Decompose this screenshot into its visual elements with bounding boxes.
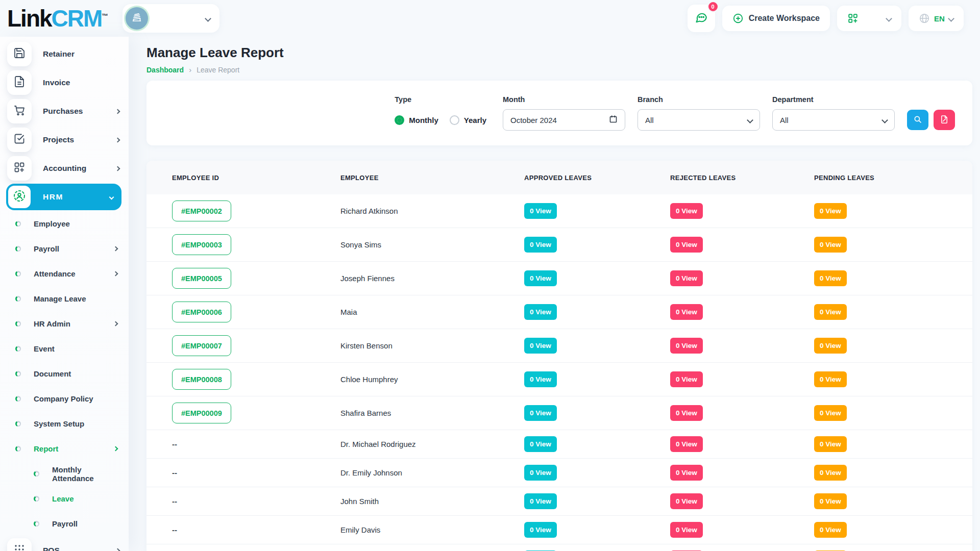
workspace-selector[interactable]: [122, 4, 219, 33]
approved-leaves-badge[interactable]: 0 View: [524, 522, 557, 538]
pending-leaves-badge[interactable]: 0 View: [814, 338, 847, 354]
rejected-leaves-badge[interactable]: 0 View: [670, 203, 703, 219]
pending-leaves-badge[interactable]: 0 View: [814, 522, 847, 538]
pending-leaves-badge[interactable]: 0 View: [814, 237, 847, 253]
sidebar-item-payroll[interactable]: Payroll: [0, 511, 129, 536]
create-workspace-button[interactable]: Create Workspace: [722, 6, 830, 31]
sidebar-item-accounting[interactable]: Accounting: [0, 154, 129, 183]
search-icon: [913, 115, 922, 126]
sidebar-item-purchases[interactable]: Purchases: [0, 97, 129, 126]
search-button[interactable]: [907, 110, 928, 130]
sidebar-item-report[interactable]: Report: [0, 436, 129, 461]
approved-leaves-badge[interactable]: 0 View: [524, 371, 557, 387]
approved-leaves-badge[interactable]: 0 View: [524, 203, 557, 219]
rejected-leaves-badge[interactable]: 0 View: [670, 522, 703, 538]
chevron-right-icon: [115, 548, 120, 551]
chevron-down-icon: [948, 15, 954, 22]
radio-yearly[interactable]: Yearly: [450, 115, 486, 125]
sidebar-item-leave[interactable]: Leave: [0, 486, 129, 511]
sidebar-item-document[interactable]: Document: [0, 361, 129, 386]
sidebar-item-company-policy[interactable]: Company Policy: [0, 386, 129, 411]
bullet-icon: [15, 446, 21, 452]
employee-name: Maia: [340, 308, 524, 316]
department-select[interactable]: All: [772, 109, 895, 131]
bullet-icon: [15, 296, 21, 302]
sidebar-item-attendance[interactable]: Attendance: [0, 261, 129, 286]
sidebar-item-system-setup[interactable]: System Setup: [0, 411, 129, 436]
employee-id-button[interactable]: #EMP00007: [172, 335, 231, 356]
top-header: LinkCRM™ 0 Create Workspace: [0, 0, 980, 37]
approved-leaves-badge[interactable]: 0 View: [524, 436, 557, 452]
sidebar-item-employee[interactable]: Employee: [0, 211, 129, 236]
rejected-leaves-badge[interactable]: 0 View: [670, 237, 703, 253]
category-icon: [13, 161, 26, 176]
rejected-leaves-badge[interactable]: 0 View: [670, 436, 703, 452]
chat-button[interactable]: 0: [688, 5, 715, 32]
chat-icon: [695, 11, 708, 26]
col-pending-leaves: PENDING LEAVES: [814, 174, 972, 182]
employee-id-button[interactable]: #EMP00002: [172, 201, 231, 221]
employee-id-button[interactable]: #EMP00009: [172, 403, 231, 423]
pending-leaves-badge[interactable]: 0 View: [814, 371, 847, 387]
approved-leaves-badge[interactable]: 0 View: [524, 338, 557, 354]
approved-leaves-badge[interactable]: 0 View: [524, 270, 557, 286]
radio-monthly[interactable]: Monthly: [395, 115, 438, 125]
approved-leaves-badge[interactable]: 0 View: [524, 237, 557, 253]
employee-name: Chloe Humphrey: [340, 375, 524, 384]
table-row: -- Dr. Michael Rodriguez 0 View 0 View 0…: [146, 430, 972, 458]
sidebar-item-manage-leave[interactable]: Manage Leave: [0, 286, 129, 311]
approved-leaves-badge[interactable]: 0 View: [524, 405, 557, 421]
pending-leaves-badge[interactable]: 0 View: [814, 203, 847, 219]
type-filter-label: Type: [395, 95, 486, 104]
check-square-icon: [13, 133, 26, 147]
col-employee-id: EMPLOYEE ID: [172, 174, 340, 182]
rejected-leaves-badge[interactable]: 0 View: [670, 338, 703, 354]
rejected-leaves-badge[interactable]: 0 View: [670, 405, 703, 421]
approved-leaves-badge[interactable]: 0 View: [524, 493, 557, 509]
apps-dropdown[interactable]: [837, 6, 901, 31]
sidebar-item-pos[interactable]: POS: [0, 536, 129, 551]
hrm-icon: [13, 189, 26, 205]
branch-select[interactable]: All: [638, 109, 760, 131]
table-header-row: EMPLOYEE ID EMPLOYEE APPROVED LEAVES REJ…: [146, 161, 972, 194]
pending-leaves-badge[interactable]: 0 View: [814, 270, 847, 286]
main-content: Manage Leave Report Dashboard › Leave Re…: [129, 37, 980, 551]
month-input[interactable]: October 2024: [503, 109, 625, 131]
approved-leaves-badge[interactable]: 0 View: [524, 465, 557, 481]
employee-id-button[interactable]: #EMP00005: [172, 268, 231, 289]
reset-button[interactable]: [934, 110, 955, 130]
pending-leaves-badge[interactable]: 0 View: [814, 436, 847, 452]
app-logo[interactable]: LinkCRM™: [7, 7, 108, 30]
approved-leaves-badge[interactable]: 0 View: [524, 304, 557, 320]
employee-name: Emily Davis: [340, 525, 524, 534]
employee-id-button[interactable]: #EMP00006: [172, 302, 231, 322]
employee-id-empty: --: [172, 440, 340, 448]
pending-leaves-badge[interactable]: 0 View: [814, 465, 847, 481]
sidebar-item-hrm[interactable]: HRM: [6, 184, 121, 210]
rejected-leaves-badge[interactable]: 0 View: [670, 371, 703, 387]
pending-leaves-badge[interactable]: 0 View: [814, 304, 847, 320]
language-dropdown[interactable]: EN: [909, 6, 964, 31]
sidebar-item-retainer[interactable]: Retainer: [0, 40, 129, 68]
sidebar-item-hr-admin[interactable]: HR Admin: [0, 311, 129, 336]
pending-leaves-badge[interactable]: 0 View: [814, 493, 847, 509]
rejected-leaves-badge[interactable]: 0 View: [670, 493, 703, 509]
breadcrumb-dashboard-link[interactable]: Dashboard: [146, 66, 184, 74]
employee-id-button[interactable]: #EMP00008: [172, 369, 231, 390]
rejected-leaves-badge[interactable]: 0 View: [670, 304, 703, 320]
calendar-icon: [609, 115, 618, 125]
sidebar-item-payroll[interactable]: Payroll: [0, 236, 129, 261]
pending-leaves-badge[interactable]: 0 View: [814, 405, 847, 421]
save-icon: [13, 47, 26, 61]
leave-report-table: EMPLOYEE ID EMPLOYEE APPROVED LEAVES REJ…: [146, 161, 972, 551]
sidebar-item-event[interactable]: Event: [0, 336, 129, 361]
sidebar-item-invoice[interactable]: Invoice: [0, 68, 129, 97]
sidebar-item-projects[interactable]: Projects: [0, 126, 129, 154]
employee-id-button[interactable]: #EMP00003: [172, 234, 231, 255]
sidebar-item-monthly-attendance[interactable]: Monthly Attendance: [0, 461, 129, 486]
bullet-icon: [15, 246, 21, 252]
chevron-right-icon: [115, 137, 120, 142]
globe-icon: [919, 13, 930, 24]
rejected-leaves-badge[interactable]: 0 View: [670, 465, 703, 481]
rejected-leaves-badge[interactable]: 0 View: [670, 270, 703, 286]
